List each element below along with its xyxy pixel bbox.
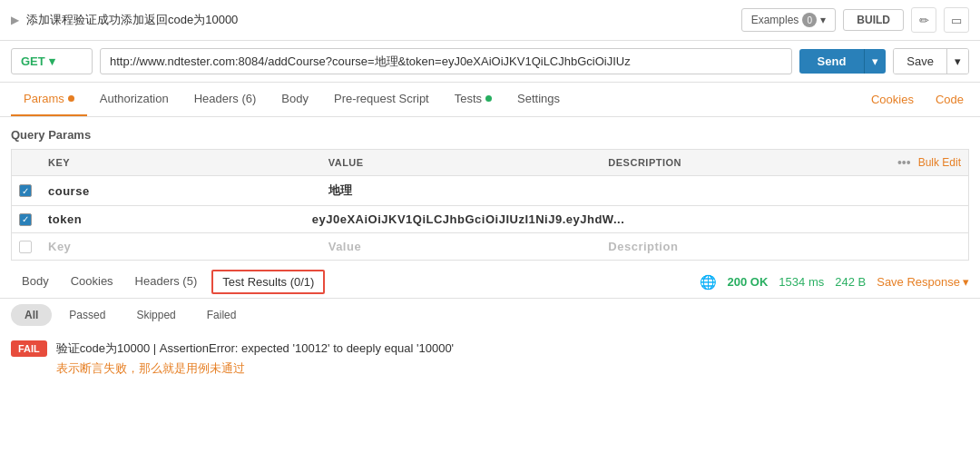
filter-tab-failed[interactable]: Failed bbox=[193, 304, 250, 326]
resp-tab-test-results-label: Test Results (0/1) bbox=[222, 275, 314, 289]
row1-value[interactable]: 地理 bbox=[328, 183, 353, 197]
save-response-label: Save Response bbox=[877, 275, 960, 289]
resp-tab-headers[interactable]: Headers (5) bbox=[124, 267, 209, 297]
filter-tabs-row: All Passed Skipped Failed bbox=[0, 299, 980, 331]
send-button[interactable]: Send bbox=[799, 49, 865, 74]
tab-body[interactable]: Body bbox=[269, 83, 321, 116]
edit-icon-button[interactable]: ✏ bbox=[911, 7, 936, 33]
placeholder-key[interactable]: Key bbox=[48, 240, 71, 253]
param-row-placeholder: Key Value Description bbox=[11, 232, 969, 261]
tab-params[interactable]: Params bbox=[11, 83, 87, 116]
resp-tab-cookies-label: Cookies bbox=[71, 274, 113, 288]
status-time: 1534 ms bbox=[779, 275, 824, 289]
placeholder-value[interactable]: Value bbox=[328, 240, 361, 253]
result-area: FAIL 验证code为10000 | AssertionError: expe… bbox=[0, 331, 980, 386]
examples-chevron-icon: ▾ bbox=[820, 14, 826, 26]
response-status-group: 🌐 200 OK 1534 ms 242 B Save Response ▾ bbox=[700, 274, 969, 291]
param-row-course: course 地理 bbox=[11, 175, 969, 205]
tests-dot-icon bbox=[485, 95, 492, 102]
response-tabs: Body Cookies Headers (5) Test Results (0… bbox=[0, 266, 980, 299]
filter-tab-passed-label: Passed bbox=[69, 309, 105, 321]
tab-prerequest-label: Pre-request Script bbox=[334, 92, 429, 105]
tab-headers[interactable]: Headers (6) bbox=[181, 83, 270, 116]
placeholder-check bbox=[19, 241, 48, 253]
request-tabs: Params Authorization Headers (6) Body Pr… bbox=[0, 83, 980, 117]
fail-row: FAIL 验证code为10000 | AssertionError: expe… bbox=[11, 340, 969, 377]
top-bar: ▶ 添加课程验证成功添加返回code为10000 Examples 0 ▾ BU… bbox=[0, 0, 980, 41]
row2-value[interactable]: eyJ0eXAiOiJKV1QiLCJhbGciOiJIUzI1NiJ9.eyJ… bbox=[312, 212, 625, 226]
fail-badge[interactable]: FAIL bbox=[11, 340, 47, 357]
examples-label: Examples bbox=[751, 14, 799, 26]
filter-tab-failed-label: Failed bbox=[207, 309, 237, 321]
more-options-icon[interactable]: ••• bbox=[897, 155, 911, 170]
send-chevron-icon: ▾ bbox=[872, 54, 878, 68]
examples-button[interactable]: Examples 0 ▾ bbox=[741, 8, 837, 32]
tab-authorization[interactable]: Authorization bbox=[87, 83, 181, 116]
code-link[interactable]: Code bbox=[930, 84, 969, 115]
row2-key[interactable]: token bbox=[48, 212, 82, 226]
resp-tab-test-results[interactable]: Test Results (0/1) bbox=[211, 270, 325, 294]
send-button-group: Send ▾ bbox=[799, 49, 887, 74]
placeholder-checkbox[interactable] bbox=[19, 241, 32, 253]
params-dot-icon bbox=[68, 95, 74, 102]
fail-subtext: 表示断言失败，那么就是用例未通过 bbox=[56, 360, 454, 377]
resp-tab-cookies[interactable]: Cookies bbox=[60, 267, 124, 297]
comment-icon: ▭ bbox=[951, 14, 962, 27]
status-ok: 200 OK bbox=[728, 275, 769, 289]
tab-settings-label: Settings bbox=[517, 92, 560, 105]
fail-content: 验证code为10000 | AssertionError: expected … bbox=[56, 340, 454, 377]
filter-tab-all-label: All bbox=[24, 309, 38, 321]
tab-authorization-label: Authorization bbox=[100, 92, 169, 105]
header-key-col: KEY bbox=[48, 157, 328, 168]
resp-tab-body[interactable]: Body bbox=[11, 267, 60, 297]
filter-tab-all[interactable]: All bbox=[11, 304, 52, 326]
edit-icon: ✏ bbox=[919, 14, 929, 27]
url-input[interactable] bbox=[100, 48, 792, 74]
tab-body-label: Body bbox=[281, 92, 309, 105]
row1-check[interactable] bbox=[19, 184, 48, 197]
save-button-group: Save ▾ bbox=[893, 48, 969, 74]
filter-tab-skipped-label: Skipped bbox=[136, 309, 175, 321]
resp-tab-body-label: Body bbox=[22, 274, 49, 288]
resp-tab-headers-label: Headers (5) bbox=[135, 274, 198, 288]
bulk-edit-button[interactable]: Bulk Edit bbox=[918, 156, 961, 169]
params-table-header: KEY VALUE DESCRIPTION ••• Bulk Edit bbox=[11, 149, 969, 175]
save-response-button[interactable]: Save Response ▾ bbox=[877, 275, 969, 289]
query-params-title: Query Params bbox=[11, 124, 969, 149]
url-bar: GET ▾ Send ▾ Save ▾ bbox=[0, 41, 980, 83]
examples-badge: 0 bbox=[802, 13, 817, 27]
header-value-col: VALUE bbox=[328, 157, 609, 168]
fail-text: 验证code为10000 | AssertionError: expected … bbox=[56, 340, 454, 357]
method-chevron-icon: ▾ bbox=[49, 54, 55, 68]
param-row-token: token eyJ0eXAiOiJKV1QiLCJhbGciOiJIUzI1Ni… bbox=[11, 205, 969, 232]
tab-tests[interactable]: Tests bbox=[442, 83, 505, 116]
header-description-col: DESCRIPTION bbox=[608, 157, 888, 168]
method-select[interactable]: GET ▾ bbox=[11, 48, 93, 74]
build-button[interactable]: BUILD bbox=[843, 9, 904, 31]
tab-prerequest[interactable]: Pre-request Script bbox=[321, 83, 442, 116]
row1-checkbox[interactable] bbox=[19, 184, 32, 197]
save-chevron-icon: ▾ bbox=[955, 54, 961, 68]
request-title: 添加课程验证成功添加返回code为10000 bbox=[26, 12, 734, 28]
comment-icon-button[interactable]: ▭ bbox=[944, 7, 969, 33]
save-dropdown-button[interactable]: ▾ bbox=[946, 49, 968, 74]
tab-right-links: Cookies Code bbox=[866, 84, 969, 115]
row2-checkbox[interactable] bbox=[19, 213, 32, 226]
save-response-chevron-icon: ▾ bbox=[963, 275, 969, 289]
cookies-link[interactable]: Cookies bbox=[866, 84, 919, 115]
placeholder-description[interactable]: Description bbox=[608, 240, 678, 253]
status-size: 242 B bbox=[835, 275, 866, 289]
tab-params-label: Params bbox=[24, 92, 64, 105]
tab-tests-label: Tests bbox=[455, 92, 482, 105]
save-button[interactable]: Save bbox=[894, 49, 946, 74]
filter-tab-passed[interactable]: Passed bbox=[55, 304, 119, 326]
globe-icon: 🌐 bbox=[700, 274, 717, 291]
method-label: GET bbox=[21, 54, 45, 68]
tab-settings[interactable]: Settings bbox=[505, 83, 573, 116]
row2-check[interactable] bbox=[19, 213, 48, 226]
params-section: Query Params KEY VALUE DESCRIPTION ••• B… bbox=[0, 117, 980, 261]
send-dropdown-button[interactable]: ▾ bbox=[864, 49, 886, 74]
row1-key[interactable]: course bbox=[48, 184, 90, 198]
filter-tab-skipped[interactable]: Skipped bbox=[122, 304, 189, 326]
header-actions-col: ••• Bulk Edit bbox=[888, 155, 961, 170]
